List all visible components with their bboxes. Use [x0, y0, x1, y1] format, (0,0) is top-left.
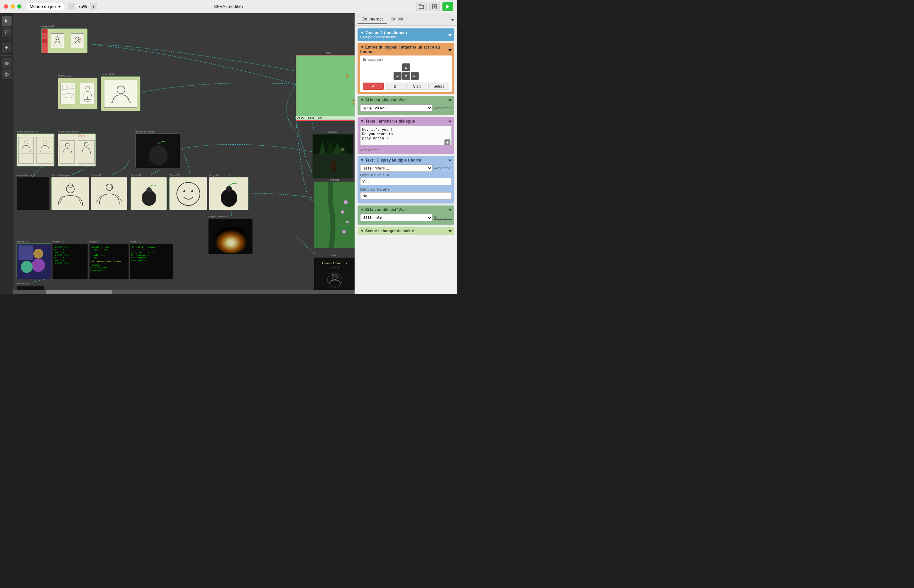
cube-tool[interactable]: [2, 69, 11, 79]
canvas-scrollbar[interactable]: [13, 290, 354, 294]
svg-point-38: [149, 145, 168, 165]
joypad-title: ▼ Entrée du joypad : attacher un script …: [360, 45, 448, 54]
choice-title-text: ▼ Text : Display Multiple Choice: [360, 158, 421, 163]
node-scene28[interactable]: Scege 28: [209, 174, 249, 212]
node-scene34[interactable]: 'Scène-34': [131, 174, 167, 212]
svg-rect-42: [331, 161, 336, 171]
svg-text:86..0 :bj/game.o: 86..0 :bj/game.o: [91, 267, 108, 269]
dialogue-arrow-icon[interactable]: [448, 119, 452, 124]
node-thumbnail: [208, 218, 253, 254]
panel-arrow-icon[interactable]: [451, 16, 455, 23]
svg-marker-2: [446, 5, 450, 8]
node-thumbnail: [131, 177, 167, 210]
rename-btn-1[interactable]: Renommer: [434, 106, 452, 110]
world-name: Monde du jeu: [30, 4, 56, 9]
node-thumbnail: -W1-yt27 -I.. ide-i-yt27 -I. ini..BIT De…: [89, 244, 129, 279]
dpad: ▲ ◄ ▼ ►: [393, 63, 419, 80]
add-avatar-btn[interactable]: Add Avatar: [360, 148, 452, 152]
node-label: minijeu-4-5: [130, 241, 173, 243]
node-label: 'Scène-32': [91, 174, 127, 176]
node-minijeu4-3[interactable]: minijeu-4-3 -i-yt27 -ti..27 ... -ii..-i-…: [52, 241, 88, 280]
btn-b[interactable]: B: [385, 82, 406, 90]
world-dropdown[interactable]: Monde du jeu: [27, 3, 64, 10]
svg-text:27  ...  -ii..: 27 ... -ii..: [53, 249, 68, 251]
node-scene32[interactable]: 'Scène-32': [91, 174, 127, 212]
node-minijeu-1-2[interactable]: minijeu-1-2: [41, 25, 87, 53]
node-minijeu4-4[interactable]: minijeu-4-4 -W1-yt27 -I.. ide-i-yt27 -I.…: [89, 241, 129, 280]
variable-select-1[interactable]: $03$ : Vu Koul...: [360, 104, 432, 111]
dpad-up[interactable]: ▲: [402, 63, 410, 71]
true-value-input[interactable]: [360, 178, 452, 185]
folder-btn[interactable]: [416, 2, 427, 11]
node-minijeu4-2[interactable]: minijeu-4-2: [16, 241, 51, 280]
btn-a[interactable]: A: [363, 82, 383, 90]
node-scene35[interactable]: 'Scène-35': [169, 174, 207, 212]
node-minijeu-2-1[interactable]: minijeu-2-1: [58, 74, 97, 109]
btn-select[interactable]: Select: [428, 82, 449, 90]
export-btn[interactable]: [429, 2, 440, 11]
dpad-left[interactable]: ◄: [393, 72, 401, 80]
svg-text:27  ...  -ii..: 27 ... -ii..: [53, 256, 68, 258]
home-tool[interactable]: [2, 27, 11, 37]
svg-rect-17: [81, 84, 94, 104]
canvas-area[interactable]: .conn { stroke: #4dd; stroke-width: 1.5;…: [13, 13, 354, 294]
choice-var-select[interactable]: $11$ : refaire ...: [360, 165, 432, 172]
node-foret[interactable]: forêt 🧍 🧍 🧍 A: 5/9·T: 13/25 T: 1/9: [296, 51, 354, 122]
scrollbar-thumb[interactable]: [46, 290, 112, 294]
node-scene18[interactable]: Scène 18minijeu-3-3: [16, 131, 55, 167]
node-thumbnail: [312, 134, 354, 179]
svg-text:-W1-yt27 -I.. ide: -W1-yt27 -I.. ide: [91, 246, 109, 249]
dialogue-textarea[interactable]: Ho, it's you ! Do you want to play again…: [360, 126, 452, 145]
tab-on-interact[interactable]: On Interact: [358, 15, 387, 24]
node-chemin[interactable]: chemin: [314, 178, 354, 248]
close-btn[interactable]: [4, 4, 8, 8]
dpad-right[interactable]: ►: [411, 72, 419, 80]
node-scene30[interactable]: 'Scène-30tryagain': [51, 174, 89, 212]
false-value-input[interactable]: [360, 192, 452, 200]
node-titre[interactable]: titre Cinem'Adventurepress A: [314, 254, 354, 290]
node-xanadu[interactable]: Xanadu: [312, 131, 354, 178]
rename-btn-2[interactable]: Renommer: [434, 216, 452, 220]
dialogue-add-btn[interactable]: +: [445, 139, 450, 145]
select-tool[interactable]: [2, 16, 11, 26]
node-label: minijeu 3a-explosion: [58, 131, 96, 133]
node-minijeu3a-explosion[interactable]: minijeu 3a-explosion: [58, 131, 96, 167]
play-btn[interactable]: [442, 2, 453, 11]
eraser-tool[interactable]: [2, 58, 11, 68]
zoom-in-btn[interactable]: +: [90, 3, 97, 10]
btn-start[interactable]: Start: [406, 82, 427, 90]
true-label: Défini sur 'True' si: [360, 173, 452, 177]
svg-text:-i-yt27  -ti..: -i-yt27 -ti..: [53, 254, 69, 256]
node-label: minijeu-4-3b: [16, 283, 45, 285]
scene-change-block: ▼ Scène : changer de scène: [358, 227, 455, 235]
node-minijeu4-5[interactable]: minijeu-4-5 -W1-yt27 -I..-Iinclude7 ... …: [130, 241, 173, 280]
svg-text:7 ...  ... -II --..: 7 ... ... -II --..: [131, 249, 151, 251]
node-thumbnail: -W1-yt27 -I..-Iinclude7 ... ... -II --..…: [130, 244, 173, 279]
var-block-2-arrow-icon[interactable]: [448, 207, 452, 212]
maximize-btn[interactable]: [17, 4, 21, 8]
zoom-level: 75%: [77, 4, 89, 9]
toolbar-separator: [1, 40, 11, 40]
node-minijeu3b-tryagain[interactable]: minijeu-3b-tryagain: [16, 174, 50, 212]
add-tool[interactable]: +: [2, 43, 11, 53]
node-minijeu3-welldone[interactable]: minijeu-3-welldone: [208, 215, 253, 255]
svg-point-70: [21, 261, 33, 273]
variable-select-2[interactable]: $11$ : refair...: [360, 214, 432, 221]
dpad-down[interactable]: ▼: [402, 72, 410, 80]
minimize-btn[interactable]: [11, 4, 15, 8]
node-minijeu3a-tryagain[interactable]: minijeu-3a-tryagain: [136, 131, 180, 168]
panel-content: ▼ Version 1 (fonctionne) Groupe d'événem…: [355, 26, 457, 294]
scene-change-arrow-icon[interactable]: [448, 229, 452, 233]
node-minijeu-2-3[interactable]: minijeu-2-3: [101, 73, 141, 111]
zoom-out-btn[interactable]: −: [68, 3, 75, 10]
node-minijeu4-3b[interactable]: minijeu-4-3b: [16, 283, 45, 290]
svg-text:press A: press A: [330, 266, 340, 269]
choice-rename-btn[interactable]: Renommer: [434, 166, 452, 170]
var-block-arrow-icon[interactable]: [448, 98, 452, 102]
version-arrow-icon[interactable]: [448, 32, 452, 38]
tab-on-init[interactable]: On Init: [387, 15, 407, 24]
svg-point-61: [344, 200, 348, 204]
choice-arrow-icon[interactable]: [448, 158, 452, 163]
joypad-arrow-icon[interactable]: [448, 47, 452, 53]
svg-point-64: [342, 230, 346, 234]
